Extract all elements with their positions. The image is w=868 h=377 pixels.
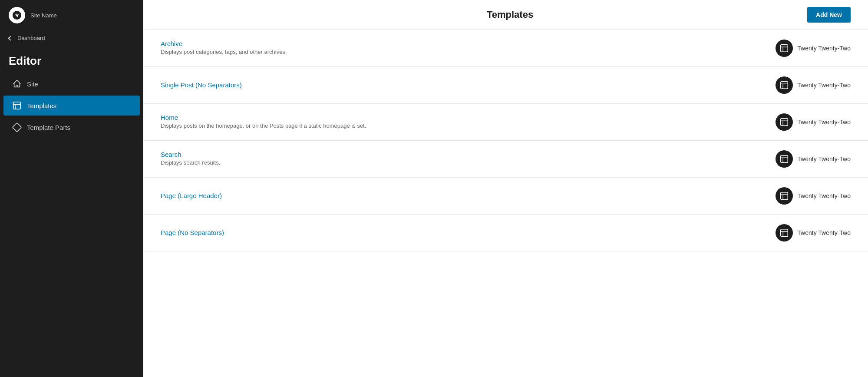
template-theme: Twenty Twenty-Two [776,113,851,131]
theme-icon [776,40,793,57]
template-row[interactable]: SearchDisplays search results. Twenty Tw… [143,141,868,178]
diamond-icon [12,122,22,132]
template-theme: Twenty Twenty-Two [776,150,851,168]
svg-rect-10 [781,119,788,126]
template-name[interactable]: Page (No Separators) [161,229,224,236]
theme-icon [776,187,793,205]
home-icon [12,79,22,89]
svg-rect-7 [781,82,788,89]
chevron-left-icon [8,36,13,40]
template-row[interactable]: HomeDisplays posts on the homepage, or o… [143,104,868,141]
dashboard-link[interactable]: Dashboard [0,30,143,46]
layout-icon [779,43,789,53]
template-row[interactable]: Page (Large Header) Twenty Twenty-Two [143,178,868,215]
template-name[interactable]: Archive [161,40,182,47]
template-info: ArchiveDisplays post categories, tags, a… [161,40,776,56]
sidebar-item-label-site: Site [27,80,38,88]
layout-icon [779,154,789,164]
template-name[interactable]: Single Post (No Separators) [161,81,242,89]
template-theme: Twenty Twenty-Two [776,187,851,205]
dashboard-label: Dashboard [17,35,45,41]
main-content: Templates Add New ArchiveDisplays post c… [143,0,868,377]
theme-name: Twenty Twenty-Two [797,119,851,126]
templates-icon [12,101,22,110]
template-theme: Twenty Twenty-Two [776,76,851,94]
page-title: Templates [213,9,807,20]
theme-icon [776,150,793,168]
sidebar: Site Name Dashboard Editor Site Template… [0,0,143,377]
sidebar-item-site[interactable]: Site [3,74,140,94]
theme-icon [776,76,793,94]
theme-icon [776,113,793,131]
theme-name: Twenty Twenty-Two [797,82,851,89]
main-header: Templates Add New [143,0,868,30]
sidebar-item-label-template-parts: Template Parts [27,124,70,131]
layout-icon [779,191,789,201]
svg-rect-16 [781,192,788,200]
template-name[interactable]: Home [161,114,178,121]
sidebar-item-templates[interactable]: Templates [3,96,140,116]
layout-icon [779,80,789,90]
template-row[interactable]: ArchiveDisplays post categories, tags, a… [143,30,868,67]
svg-rect-13 [781,155,788,163]
template-name[interactable]: Search [161,151,182,158]
sidebar-item-template-parts[interactable]: Template Parts [3,117,140,137]
wp-logo-icon [12,10,22,20]
theme-name: Twenty Twenty-Two [797,192,851,199]
template-name[interactable]: Page (Large Header) [161,192,222,199]
wp-logo [9,7,25,23]
svg-rect-19 [781,229,788,237]
template-info: Single Post (No Separators) [161,81,776,89]
template-list: ArchiveDisplays post categories, tags, a… [143,30,868,377]
add-new-button[interactable]: Add New [807,7,851,23]
theme-name: Twenty Twenty-Two [797,155,851,162]
template-info: Page (No Separators) [161,229,776,237]
theme-name: Twenty Twenty-Two [797,229,851,236]
layout-icon [779,228,789,238]
template-info: HomeDisplays posts on the homepage, or o… [161,114,776,130]
layout-icon [779,117,789,127]
template-description: Displays post categories, tags, and othe… [161,48,776,56]
template-theme: Twenty Twenty-Two [776,40,851,57]
theme-name: Twenty Twenty-Two [797,45,851,52]
template-info: SearchDisplays search results. [161,151,776,167]
site-name: Site Name [30,12,57,19]
template-row[interactable]: Page (No Separators) Twenty Twenty-Two [143,215,868,251]
template-description: Displays search results. [161,159,776,167]
svg-rect-3 [13,123,22,132]
svg-rect-0 [13,102,21,109]
editor-heading: Editor [0,46,143,73]
sidebar-item-label-templates: Templates [27,102,56,109]
template-description: Displays posts on the homepage, or on th… [161,122,776,130]
svg-rect-4 [781,45,788,52]
template-info: Page (Large Header) [161,192,776,200]
template-theme: Twenty Twenty-Two [776,224,851,241]
sidebar-top: Site Name [0,0,143,30]
template-row[interactable]: Single Post (No Separators) Twenty Twent… [143,67,868,104]
theme-icon [776,224,793,241]
